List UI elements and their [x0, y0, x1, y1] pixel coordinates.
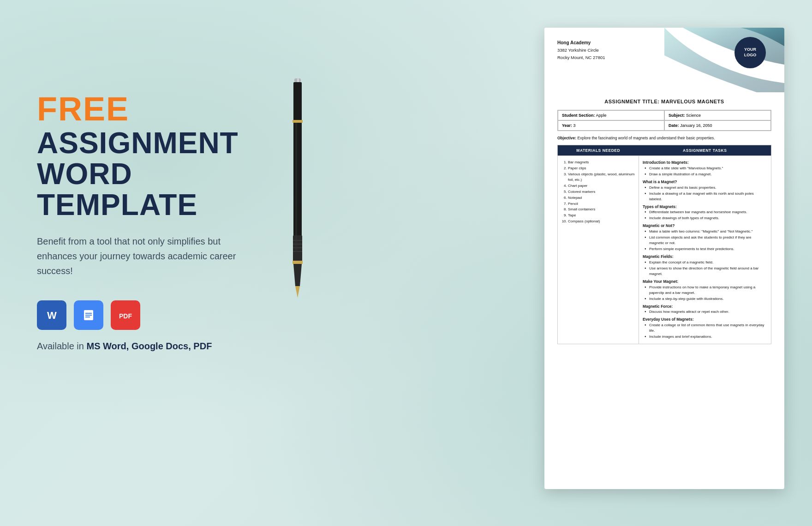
- svg-marker-21: [295, 286, 300, 298]
- intro-bullets: Create a title slide with "Marvelous Mag…: [643, 166, 767, 177]
- pdf-svg: PDF: [117, 307, 134, 323]
- doc-header: Hong Academy 3382 Yorkshire Circle Rocky…: [544, 28, 784, 92]
- section-title-fields: Magnetic Fields:: [643, 254, 767, 260]
- list-item: Provide instructions on how to make a te…: [645, 285, 767, 296]
- list-item: Paper clips: [568, 166, 635, 172]
- list-item: Chart paper: [568, 183, 635, 189]
- force-bullets: Discuss how magnets attract or repel eac…: [643, 309, 767, 315]
- available-text: Available in MS Word, Google Docs, PDF: [37, 341, 314, 352]
- list-item: Define a magnet and its basic properties…: [645, 185, 767, 191]
- word-icon: W: [37, 300, 66, 330]
- date-cell: Date: January 16, 2050: [664, 120, 771, 131]
- make-bullets: Provide instructions on how to make a te…: [643, 285, 767, 302]
- magnetic-or-not-bullets: Make a table with two columns: "Magnetic…: [643, 229, 767, 252]
- list-item: Small containers: [568, 207, 635, 213]
- section-title-intro: Introduction to Magnets:: [643, 160, 767, 166]
- svg-rect-18: [293, 251, 302, 252]
- document-panel: Hong Academy 3382 Yorkshire Circle Rocky…: [544, 28, 784, 489]
- main-table: MATERIALS NEEDED ASSIGNMENT TASKS Bar ma…: [557, 145, 771, 344]
- list-item: Pencil: [568, 201, 635, 207]
- list-item: Perform simple experiments to test their…: [645, 246, 767, 252]
- year-cell: Year: 3: [558, 120, 664, 131]
- svg-rect-13: [293, 123, 302, 252]
- pdf-icon: PDF: [111, 300, 140, 330]
- list-item: Create a title slide with "Marvelous Mag…: [645, 166, 767, 171]
- list-item: Various objects (plastic, wood, aluminum…: [568, 172, 635, 184]
- list-item: Discuss how magnets attract or repel eac…: [645, 309, 767, 315]
- word-svg: W: [43, 307, 60, 323]
- list-item: Create a collage or list of common items…: [645, 323, 767, 334]
- list-item: Colored markers: [568, 189, 635, 195]
- svg-rect-19: [293, 261, 303, 264]
- left-panel: FREE ASSIGNMENT WORD TEMPLATE Benefit fr…: [37, 92, 314, 352]
- materials-header: MATERIALS NEEDED: [558, 145, 639, 156]
- section-title-types: Types of Magnets:: [643, 204, 767, 210]
- format-icons-row: W PDF: [37, 300, 314, 330]
- objective-line: Objective: Explore the fascinating world…: [557, 136, 771, 140]
- list-item: Include a drawing of a bar magnet with i…: [645, 191, 767, 202]
- svg-rect-22: [295, 123, 297, 252]
- list-item: Include drawings of both types of magnet…: [645, 215, 767, 221]
- section-title-magnetic-or-not: Magnetic or Not?: [643, 223, 767, 229]
- svg-rect-16: [293, 244, 302, 245]
- tasks-cell: Introduction to Magnets: Create a title …: [639, 156, 771, 344]
- svg-rect-15: [293, 240, 302, 241]
- pen-svg: [281, 78, 314, 300]
- docs-svg: [80, 307, 97, 323]
- svg-rect-4: [85, 313, 92, 314]
- list-item: Draw a simple illustration of a magnet.: [645, 172, 767, 177]
- student-section-cell: Student Section: Apple: [558, 110, 664, 120]
- svg-text:PDF: PDF: [119, 312, 132, 320]
- section-title-what: What is a Magnet?: [643, 179, 767, 185]
- svg-rect-14: [293, 235, 302, 263]
- doc-title: ASSIGNMENT TITLE: MARVELOUS MAGNETS: [557, 99, 771, 104]
- subtitle: Benefit from a tool that not only simpli…: [37, 234, 258, 278]
- svg-rect-12: [293, 120, 303, 123]
- list-item: Bar magnets: [568, 160, 635, 166]
- everyday-bullets: Create a collage or list of common items…: [643, 323, 767, 340]
- docs-icon: [74, 300, 103, 330]
- svg-rect-17: [293, 247, 302, 248]
- list-item: Use arrows to show the direction of the …: [645, 266, 767, 277]
- list-item: Include images and brief explanations.: [645, 334, 767, 340]
- section-title-everyday: Everyday Uses of Magnets:: [643, 317, 767, 323]
- doc-body: ASSIGNMENT TITLE: MARVELOUS MAGNETS Stud…: [544, 92, 784, 351]
- fields-bullets: Explain the concept of a magnetic field.…: [643, 260, 767, 277]
- svg-text:W: W: [47, 310, 57, 321]
- doc-address: Hong Academy 3382 Yorkshire Circle Rocky…: [557, 39, 605, 61]
- list-item: List common objects and ask the students…: [645, 235, 767, 246]
- list-item: Notepad: [568, 195, 635, 201]
- materials-cell: Bar magnets Paper clips Various objects …: [558, 156, 639, 344]
- list-item: Tape: [568, 213, 635, 219]
- list-item: Include a step-by-step guide with illust…: [645, 296, 767, 302]
- header-wave: [664, 28, 784, 92]
- svg-rect-11: [293, 82, 302, 124]
- section-title-make: Make Your Magnet:: [643, 279, 767, 285]
- subject-cell: Subject: Science: [664, 110, 771, 120]
- list-item: Explain the concept of a magnetic field.: [645, 260, 767, 265]
- section-title-force: Magnetic Force:: [643, 304, 767, 310]
- pen-illustration: [281, 78, 318, 309]
- svg-rect-6: [85, 317, 90, 317]
- svg-rect-5: [85, 315, 92, 316]
- what-bullets: Define a magnet and its basic properties…: [643, 185, 767, 202]
- types-bullets: Differentiate between bar magnets and ho…: [643, 209, 767, 221]
- logo-placeholder: YOURLOGO: [734, 37, 766, 68]
- list-item: Make a table with two columns: "Magnetic…: [645, 229, 767, 234]
- svg-marker-20: [293, 264, 302, 286]
- list-item: Compass (optional): [568, 219, 635, 225]
- main-title: ASSIGNMENT WORD TEMPLATE: [37, 128, 314, 221]
- tasks-header: ASSIGNMENT TASKS: [639, 145, 771, 156]
- free-label: FREE: [37, 92, 314, 126]
- list-item: Differentiate between bar magnets and ho…: [645, 209, 767, 215]
- info-grid: Student Section: Apple Subject: Science …: [557, 110, 771, 131]
